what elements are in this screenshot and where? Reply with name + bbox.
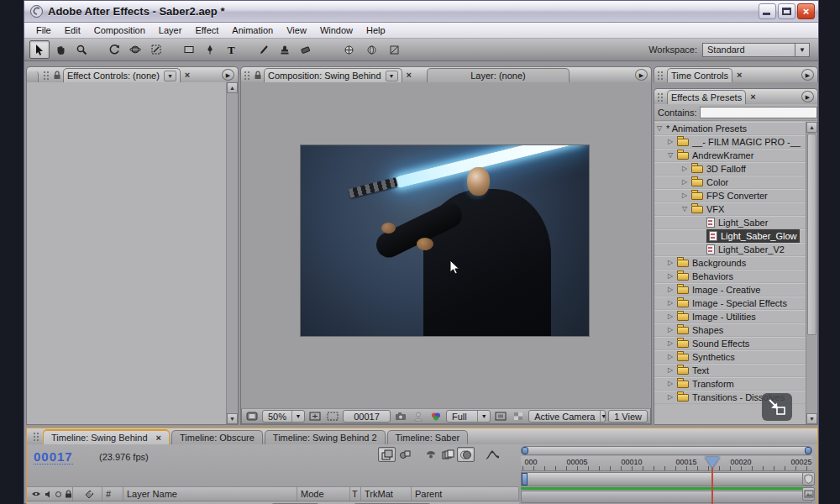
tab-timeline-swing-behind[interactable]: Timeline: Swing Behind × (43, 430, 170, 444)
comp-button[interactable] (802, 487, 815, 501)
tree-item-fps-converter[interactable]: ▷ FPS Converter (654, 189, 806, 202)
zoom-tool[interactable] (71, 40, 92, 59)
tab-timeline-swing-behind-2[interactable]: Timeline: Swing Behind 2 (265, 430, 386, 444)
menu-composition[interactable]: Composition (87, 23, 152, 38)
tab-dropdown-icon[interactable]: ▼ (386, 71, 398, 81)
workspace-dropdown[interactable]: Standard ▼ (702, 43, 810, 57)
current-time-indicator-handle[interactable] (705, 457, 720, 468)
panel-lock-icon[interactable] (254, 71, 262, 80)
live-update-toggle[interactable] (378, 447, 396, 462)
eye-icon[interactable] (31, 491, 41, 497)
tree-collapsed-icon[interactable]: ▷ (668, 323, 677, 337)
menu-view[interactable]: View (280, 23, 313, 38)
tree-collapsed-icon[interactable]: ▷ (668, 135, 677, 149)
navigator-start-handle[interactable] (522, 447, 528, 454)
dropdown-arrow-icon[interactable]: ▼ (291, 411, 304, 422)
scroll-up-icon[interactable]: ▲ (227, 82, 238, 93)
orbit-camera-tool[interactable] (125, 40, 145, 59)
audio-icon[interactable] (45, 491, 52, 498)
tree-collapsed-icon[interactable]: ▷ (668, 391, 677, 404)
workspace-dropdown-arrow-icon[interactable]: ▼ (795, 44, 809, 56)
tree-item-text[interactable]: ▷ Text (654, 364, 806, 377)
tab-close-icon[interactable]: × (750, 92, 755, 102)
panel-grip[interactable] (658, 93, 664, 102)
snapshot-icon[interactable] (393, 410, 408, 423)
presets-scrollbar[interactable]: ▲ ▼ (806, 122, 817, 424)
panel-menu-button[interactable]: ▶ (801, 91, 814, 102)
pen-tool[interactable] (200, 40, 220, 59)
tab-close-icon[interactable]: × (737, 71, 742, 80)
preset-item-light-saber[interactable]: Light_Saber (654, 216, 806, 229)
channels-resolution-dropdown[interactable]: Full ▼ (446, 410, 491, 423)
effect-controls-scrollbar[interactable]: ▲ ▼ (226, 82, 238, 424)
tree-collapsed-icon[interactable]: ▷ (668, 270, 677, 283)
tree-item-transform[interactable]: ▷ Transform (654, 377, 806, 391)
tree-item-andrewkramer[interactable]: ▽ AndrewKramer (654, 149, 806, 162)
scroll-down-icon[interactable]: ▼ (806, 413, 817, 424)
tab-composition[interactable]: Composition: Swing Behind ▼ (264, 68, 402, 82)
view-layout-dropdown[interactable]: 1 View (608, 410, 648, 423)
tab-close-icon[interactable]: × (156, 433, 161, 443)
menu-animation[interactable]: Animation (225, 23, 280, 38)
tree-item-image-special-effects[interactable]: ▷ Image - Special Effects (654, 297, 806, 310)
panel-menu-button[interactable]: ▶ (635, 69, 648, 81)
tree-item-animation-presets[interactable]: ▽ * Animation Presets (654, 122, 806, 135)
dropdown-arrow-icon[interactable]: ▼ (477, 411, 490, 422)
tree-collapsed-icon[interactable]: ▷ (668, 283, 677, 297)
shy-layers-toggle[interactable] (422, 447, 439, 462)
panel-menu-button[interactable]: ▶ (801, 69, 814, 81)
menu-layer[interactable]: Layer (152, 23, 189, 38)
tree-item-3d-falloff[interactable]: ▷ 3D Falloff (654, 162, 806, 176)
transparency-grid-icon[interactable] (511, 410, 526, 423)
rotation-tool[interactable] (104, 40, 124, 59)
region-of-interest-icon[interactable] (325, 410, 340, 423)
tab-time-controls[interactable]: Time Controls (667, 68, 732, 82)
preset-item-light-saber-v2[interactable]: Light_Saber_V2 (654, 243, 806, 256)
always-preview-icon[interactable] (244, 410, 260, 423)
tree-item-color[interactable]: ▷ Color (654, 176, 806, 189)
type-tool[interactable]: T (221, 40, 241, 59)
work-area-start-handle[interactable] (522, 473, 528, 486)
tab-timeline-obscure[interactable]: Timeline: Obscure (171, 430, 263, 444)
world-axis-mode[interactable] (361, 40, 381, 59)
channels-icon[interactable] (428, 410, 444, 423)
layer-name-column[interactable]: Layer Name (123, 487, 297, 501)
layer-1-duration-bar[interactable] (521, 491, 812, 503)
tree-collapsed-icon[interactable]: ▷ (668, 337, 677, 350)
tree-collapsed-icon[interactable]: ▷ (668, 350, 677, 364)
composition-viewport[interactable]: 50% ▼ 00017 (240, 82, 652, 425)
tree-item-image-creative[interactable]: ▷ Image - Creative (654, 283, 806, 297)
tab-close-icon[interactable]: × (185, 71, 190, 80)
tab-effect-controls[interactable]: Effect Controls: (none) ▼ (63, 68, 181, 82)
target-region-icon[interactable] (493, 410, 508, 423)
local-axis-mode[interactable] (339, 40, 359, 59)
tree-item-vfx[interactable]: ▽ VFX (654, 202, 806, 216)
tree-item-backgrounds[interactable]: ▷ Backgrounds (654, 256, 806, 270)
scroll-up-icon[interactable]: ▲ (806, 122, 817, 133)
menu-help[interactable]: Help (360, 23, 392, 38)
time-ruler[interactable]: 000 00005 00010 00015 00020 00025 (521, 456, 812, 471)
solo-icon[interactable] (55, 491, 61, 497)
tree-item-film-magic-pro[interactable]: ▷ __- FILM MAGIC PRO -__ (654, 135, 806, 149)
work-area-bar[interactable] (521, 472, 812, 486)
tree-item-image-utilities[interactable]: ▷ Image - Utilities (654, 310, 806, 323)
graph-editor-toggle[interactable] (483, 447, 501, 462)
motion-blur-toggle[interactable] (457, 447, 475, 462)
current-time-field[interactable]: 00017 (343, 410, 391, 423)
tree-expanded-icon[interactable]: ▽ (668, 149, 677, 162)
scroll-down-icon[interactable]: ▼ (227, 413, 238, 424)
navigator-end-handle[interactable] (805, 447, 811, 454)
panel-lock-icon[interactable] (53, 71, 61, 80)
parent-column[interactable]: Parent (412, 487, 519, 501)
t-column[interactable]: T (350, 487, 361, 501)
brush-tool[interactable] (254, 40, 274, 59)
tree-collapsed-icon[interactable]: ▷ (682, 176, 691, 189)
menu-effect[interactable]: Effect (188, 23, 225, 38)
active-camera-dropdown[interactable]: Active Camera ▼ (528, 410, 606, 423)
tree-item-shapes[interactable]: ▷ Shapes (654, 323, 806, 337)
tab-layer[interactable]: Layer: (none) (427, 68, 570, 82)
minimize-button[interactable] (759, 3, 776, 19)
safe-margins-icon[interactable] (307, 410, 323, 423)
menu-window[interactable]: Window (313, 23, 360, 38)
tree-item-behaviors[interactable]: ▷ Behaviors (654, 270, 806, 283)
